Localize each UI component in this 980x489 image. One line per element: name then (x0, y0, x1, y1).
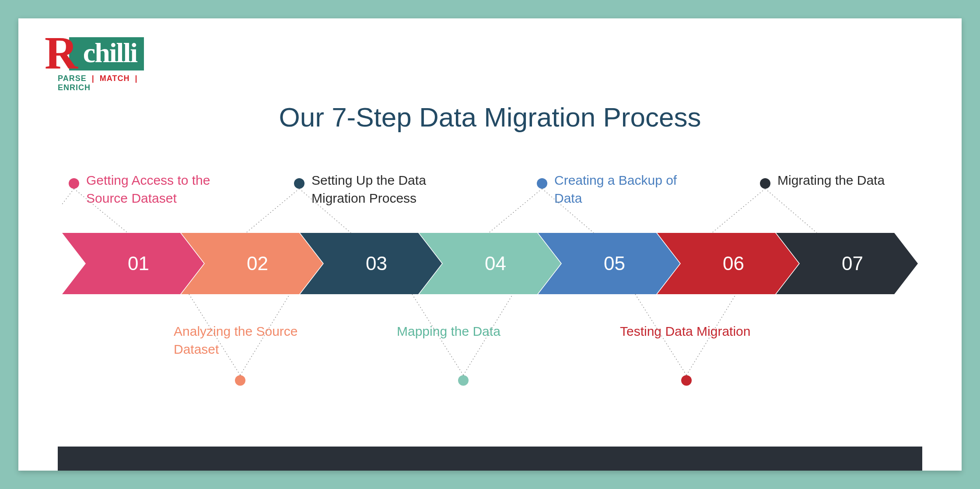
step-3-label: Setting Up the Data Migration Process (312, 172, 452, 207)
step-7-number: 07 (842, 253, 863, 274)
arrow-row: 01 02 03 04 05 06 (62, 233, 918, 294)
footer-bar (58, 447, 922, 471)
logo-main: R chilli (45, 36, 167, 70)
step-1-dot-icon (69, 178, 79, 189)
step-5-number: 05 (604, 253, 625, 274)
tagline-sep-icon: | (135, 74, 137, 83)
step-1-label: Getting Access to the Source Dataset (86, 172, 226, 207)
step-7-label: Migrating the Data (777, 172, 885, 190)
step-4-dot-icon (458, 375, 469, 386)
tagline-sep-icon: | (92, 74, 94, 83)
step-3-dot-icon (294, 178, 304, 189)
step-3-number: 03 (366, 253, 387, 274)
step-6-dot-icon (681, 375, 692, 386)
step-1-number: 01 (128, 253, 149, 274)
tagline-enrich: ENRICH (58, 83, 91, 92)
step-6-number: 06 (723, 253, 744, 274)
tagline-match: MATCH (100, 74, 130, 83)
step-6-label: Testing Data Migration (620, 323, 750, 341)
diagram-title: Our 7-Step Data Migration Process (18, 102, 962, 133)
logo-letter-r: R (45, 36, 78, 70)
process-flow-chart: Getting Access to the Source Dataset Set… (62, 167, 918, 430)
step-4-number: 04 (485, 253, 506, 274)
step-2-dot-icon (235, 375, 245, 386)
step-2-label: Analyzing the Source Dataset (174, 323, 314, 358)
step-4-label: Mapping the Data (397, 323, 500, 341)
step-5-label: Creating a Backup of Data (554, 172, 694, 207)
logo-text-box: chilli (69, 37, 144, 70)
step-7-dot-icon (760, 178, 770, 189)
step-7-arrow: 07 (776, 233, 918, 294)
diagram-card: R chilli PARSE | MATCH | ENRICH Our 7-St… (18, 18, 962, 471)
brand-logo: R chilli PARSE | MATCH | ENRICH (45, 36, 167, 92)
step-5-dot-icon (537, 178, 547, 189)
step-2-number: 02 (247, 253, 268, 274)
